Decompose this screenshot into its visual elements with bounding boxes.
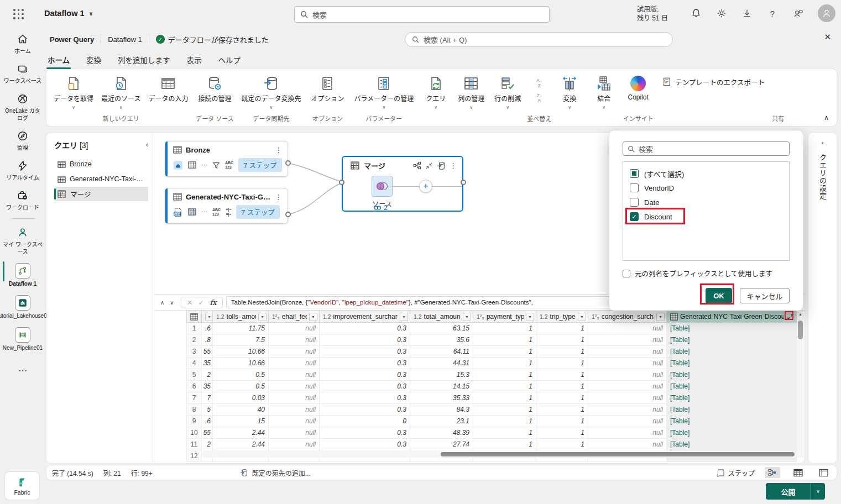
csv-step-icon[interactable]: CSV bbox=[173, 207, 183, 217]
column-filter-icon[interactable]: ▾ bbox=[400, 313, 408, 321]
column-header-clipped[interactable]: ▾ bbox=[202, 311, 213, 323]
get-data-button[interactable]: データを取得∨ bbox=[50, 71, 97, 113]
generated-output-port[interactable] bbox=[285, 212, 291, 217]
query-settings-label[interactable]: クエリの設定 bbox=[817, 154, 828, 200]
user-avatar[interactable] bbox=[818, 4, 835, 22]
expand-column-icon[interactable] bbox=[786, 313, 795, 321]
row-number[interactable]: 12 bbox=[186, 450, 202, 462]
row-number[interactable]: 4 bbox=[186, 358, 202, 369]
query-item-bronze[interactable]: Bronze bbox=[54, 157, 148, 171]
node-merge[interactable]: マージ ⋮ ソース + 2 bbox=[342, 156, 463, 212]
table-step-icon[interactable] bbox=[188, 161, 196, 169]
sidebar-item-dataflow1[interactable]: Dataflow 1 bbox=[2, 259, 44, 291]
cell-table-link[interactable]: [Table] bbox=[667, 392, 797, 404]
formula-prev-icon[interactable]: ∧ bbox=[160, 300, 164, 306]
cell-clipped[interactable]: 5 bbox=[202, 404, 213, 416]
vertical-scrollbar[interactable]: ▲ bbox=[797, 311, 804, 458]
checkbox-indeterminate[interactable] bbox=[630, 169, 639, 178]
expand-related-icon[interactable] bbox=[413, 161, 421, 170]
cell-table-link[interactable]: [Table] bbox=[667, 439, 797, 450]
cell-table-link[interactable]: [Table] bbox=[667, 416, 797, 427]
fabric-logo[interactable]: Fabric bbox=[5, 472, 39, 500]
node-menu-icon[interactable]: ⋮ bbox=[275, 193, 282, 201]
column-filter-icon[interactable]: ▾ bbox=[656, 313, 665, 321]
row-number[interactable]: 3 bbox=[186, 346, 202, 358]
download-icon[interactable] bbox=[741, 8, 753, 19]
filter-step-icon[interactable] bbox=[212, 161, 220, 169]
tab-view[interactable]: 表示 bbox=[186, 52, 203, 67]
publish-dropdown-icon[interactable]: ∨ bbox=[811, 483, 825, 500]
popup-search-input[interactable]: 検索 bbox=[623, 141, 790, 156]
sidebar-item-home[interactable]: ホーム bbox=[2, 29, 44, 59]
cell-clipped[interactable]: 35 bbox=[202, 358, 213, 369]
expand-settings-icon[interactable]: ‹ bbox=[822, 139, 824, 146]
formula-cancel-icon[interactable]: ✕ bbox=[187, 298, 193, 307]
column-option[interactable]: (すべて選択) bbox=[623, 166, 789, 181]
node-menu-icon[interactable]: ⋮ bbox=[450, 161, 457, 170]
merge-output-port[interactable] bbox=[461, 180, 466, 185]
schema-view-toggle[interactable] bbox=[816, 467, 831, 478]
combine-button[interactable]: 結合∨ bbox=[588, 71, 620, 115]
breadcrumb-title[interactable]: Dataflow 1 bbox=[108, 35, 142, 44]
cell-table-link[interactable]: [Table] bbox=[667, 358, 797, 369]
calc-step-icon[interactable]: +|−×|÷ bbox=[226, 208, 231, 216]
column-header-tolls_amount[interactable]: 1.2tolls_amount▾ bbox=[213, 311, 269, 323]
default-destination-button[interactable]: 既定のデータ変換先∨ bbox=[237, 71, 305, 113]
tab-transform[interactable]: 変換 bbox=[85, 52, 102, 67]
help-icon[interactable]: ? bbox=[767, 8, 778, 19]
row-number[interactable]: 6 bbox=[186, 381, 202, 392]
publish-button[interactable]: 公開 ∨ bbox=[766, 483, 825, 500]
bronze-steps-pill[interactable]: 7 ステップ bbox=[238, 158, 281, 172]
cell-clipped[interactable]: 2 bbox=[202, 369, 213, 381]
destination-icon[interactable] bbox=[437, 161, 446, 170]
collapse-panel-icon[interactable]: ‹ bbox=[146, 141, 148, 149]
cell-table-link[interactable]: [Table] bbox=[667, 346, 797, 358]
collapse-ribbon-icon[interactable]: ∧ bbox=[824, 114, 829, 122]
generated-steps-pill[interactable]: 7 ステップ bbox=[236, 205, 279, 219]
cell-table-link[interactable]: [Table] bbox=[667, 427, 797, 439]
row-number[interactable]: 1 bbox=[186, 323, 202, 334]
diagram-view-toggle[interactable] bbox=[765, 467, 780, 478]
notifications-icon[interactable] bbox=[691, 8, 702, 19]
cell-clipped[interactable]: 55 bbox=[202, 346, 213, 358]
cell-clipped[interactable]: 2 bbox=[202, 439, 213, 450]
tab-add-column[interactable]: 列を追加します bbox=[117, 52, 171, 67]
lakehouse-step-icon[interactable] bbox=[173, 160, 183, 170]
cell-table-link[interactable]: [Table] bbox=[667, 404, 797, 416]
node-bronze[interactable]: Bronze ⋮ ⋯ ABC123 7 ステップ bbox=[165, 141, 288, 177]
cancel-button[interactable]: キャンセル bbox=[740, 288, 790, 303]
tab-home[interactable]: ホーム bbox=[46, 52, 71, 67]
checkbox-unchecked[interactable] bbox=[630, 198, 639, 207]
sidebar-item-pipeline[interactable]: New_Pipeline01 bbox=[2, 323, 44, 355]
node-menu-icon[interactable]: ⋮ bbox=[275, 146, 282, 154]
node-generated[interactable]: Generated-NYC-Taxi-Green-... ⋮ CSV ⋯ ABC… bbox=[165, 188, 288, 224]
app-title[interactable]: Dataflow 1∨ bbox=[44, 9, 93, 18]
close-icon[interactable]: ✕ bbox=[824, 32, 831, 42]
editor-search-input[interactable]: 検索 (Alt + Q) bbox=[405, 32, 673, 47]
feedback-icon[interactable] bbox=[792, 8, 803, 19]
sidebar-item-my-workspace[interactable]: マイ ワークスペース bbox=[2, 222, 44, 259]
cell-table-link[interactable]: [Table] bbox=[667, 369, 797, 381]
manage-parameters-button[interactable]: パラメーターの管理∨ bbox=[350, 71, 417, 113]
column-filter-icon[interactable]: ▾ bbox=[258, 313, 267, 321]
sidebar-item-workloads[interactable]: ワークロード bbox=[2, 185, 44, 215]
settings-gear-icon[interactable] bbox=[716, 8, 727, 19]
sidebar-item-realtime[interactable]: リアルタイム bbox=[2, 155, 44, 185]
global-search-input[interactable]: 検索 bbox=[294, 6, 550, 23]
query-item-merge[interactable]: マージ bbox=[54, 187, 148, 201]
export-template-button[interactable]: テンプレートのエクスポート bbox=[656, 71, 770, 113]
column-header-payment_type[interactable]: 1²₃payment_type▾ bbox=[473, 311, 536, 323]
column-header-congestion_surcharge[interactable]: 1²₃congestion_surcharge▾ bbox=[588, 311, 667, 323]
prefix-option[interactable]: 元の列名をプレフィックスとして使用します bbox=[623, 268, 790, 279]
merge-source-step[interactable] bbox=[372, 176, 393, 197]
row-number[interactable]: 9 bbox=[186, 416, 202, 427]
cell-clipped[interactable]: 55 bbox=[202, 427, 213, 439]
cell-clipped[interactable]: 7 bbox=[202, 392, 213, 404]
prefix-checkbox[interactable] bbox=[623, 270, 630, 277]
column-header-Generated-NYC-Taxi-Green-Discounts[interactable]: Generated-NYC-Taxi-Green-Discounts bbox=[667, 311, 797, 323]
checkbox-checked[interactable]: ✓ bbox=[630, 212, 639, 221]
merge-links[interactable]: 2 bbox=[374, 204, 388, 212]
grid-corner-cell[interactable] bbox=[186, 311, 202, 323]
merge-input-port[interactable] bbox=[339, 180, 344, 185]
column-filter-icon[interactable]: ▾ bbox=[205, 313, 213, 321]
